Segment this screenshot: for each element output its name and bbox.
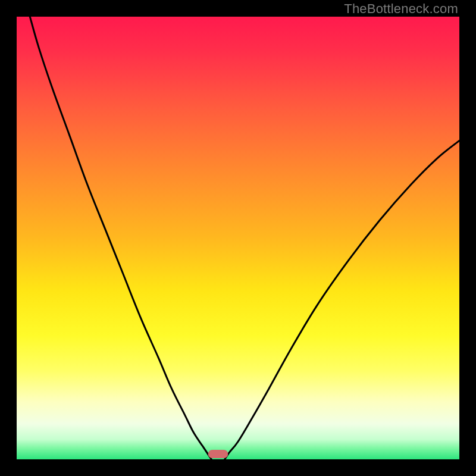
bottleneck-marker-pill <box>208 450 228 458</box>
gradient-background <box>17 17 459 459</box>
plot-area <box>17 17 459 459</box>
watermark-text: TheBottleneck.com <box>344 1 458 17</box>
bottleneck-marker <box>208 450 228 458</box>
plot-svg <box>17 17 459 459</box>
chart-frame: TheBottleneck.com <box>0 0 476 476</box>
